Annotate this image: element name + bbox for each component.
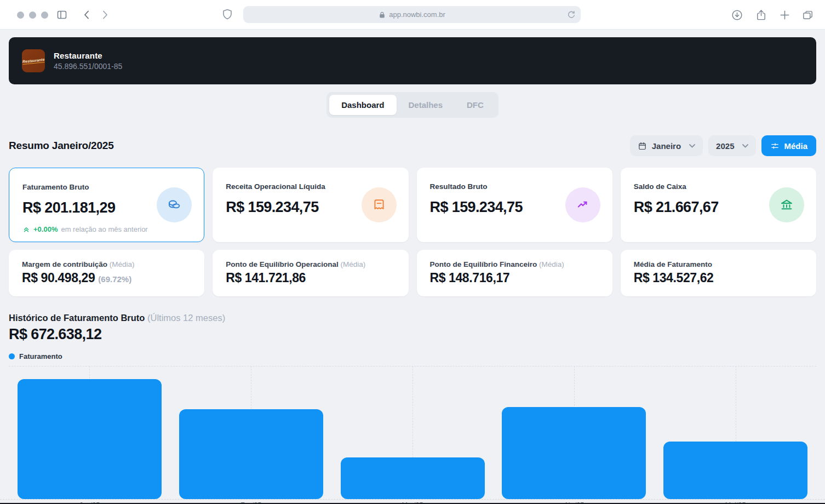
forward-button[interactable] <box>99 9 111 21</box>
url-text: app.nowbi.com.br <box>389 10 445 19</box>
bar-Jan/25[interactable] <box>18 379 162 499</box>
sidebar-toggle-icon[interactable] <box>56 9 68 21</box>
metric-card-equilibrio-operacional[interactable]: Ponto de Equilíbrio Operacional (Média) … <box>213 250 408 296</box>
trending-up-icon <box>565 187 600 222</box>
year-select[interactable]: 2025 <box>708 135 756 156</box>
metric-qualifier: (Média) <box>539 260 564 268</box>
page-title: Resumo Janeiro/2025 <box>9 140 114 152</box>
window-zoom-button[interactable] <box>41 12 48 19</box>
back-button[interactable] <box>81 9 93 21</box>
browser-toolbar: app.nowbi.com.br <box>0 0 825 30</box>
tab-detalhes[interactable]: Detalhes <box>397 95 455 115</box>
share-icon[interactable] <box>755 9 767 21</box>
month-select-value: Janeiro <box>652 141 681 151</box>
metric-extra: (69.72%) <box>98 274 131 284</box>
window-close-button[interactable] <box>17 12 24 19</box>
media-button-label: Média <box>784 141 807 151</box>
kpi-card-receita-liquida[interactable]: Receita Operacional Líquida R$ 159.234,7… <box>213 168 408 242</box>
metric-value: R$ 90.498,29 <box>22 271 95 285</box>
month-select[interactable]: Janeiro <box>630 135 703 156</box>
address-bar[interactable]: app.nowbi.com.br <box>243 6 581 23</box>
receipt-icon <box>362 187 397 222</box>
bar-Mar/25[interactable] <box>341 457 485 499</box>
legend-dot <box>9 353 15 359</box>
bar-Abr/25[interactable] <box>502 407 646 499</box>
company-cnpj: 45.896.551/0001-85 <box>54 62 122 71</box>
history-qualifier: (Últimos 12 meses) <box>147 313 225 323</box>
double-chevron-up-icon <box>22 226 30 233</box>
metric-card-margem-contribuicao[interactable]: Margem de contribuição (Média) R$ 90.498… <box>9 250 204 296</box>
metric-label: Média de Faturamento <box>634 260 712 268</box>
history-title: Histórico de Faturamento Bruto (Últimos … <box>9 313 816 323</box>
chart-legend: Faturamento <box>9 352 816 360</box>
metric-label: Margem de contribuição <box>22 260 107 268</box>
metric-card-equilibrio-financeiro[interactable]: Ponto de Equilíbrio Financeiro (Média) R… <box>417 250 612 296</box>
kpi-card-faturamento-bruto[interactable]: Faturamento Bruto R$ 201.181,29 +0.00% e… <box>9 168 204 242</box>
kpi-delta-percent: +0.00% <box>33 225 58 233</box>
tab-dashboard[interactable]: Dashboard <box>329 95 396 115</box>
year-select-value: 2025 <box>716 141 734 151</box>
kpi-delta-note: em relação ao mês anterior <box>61 225 147 233</box>
media-toggle-button[interactable]: Média <box>761 135 816 156</box>
metric-label: Ponto de Equilíbrio Financeiro <box>430 260 537 268</box>
lock-icon <box>379 11 386 19</box>
calendar-icon <box>638 141 647 151</box>
new-tab-icon[interactable] <box>778 9 791 21</box>
metric-value: R$ 148.716,17 <box>430 271 510 285</box>
view-tab-bar: Dashboard Detalhes DFC <box>326 92 499 118</box>
tab-overview-icon[interactable] <box>801 9 814 21</box>
kpi-card-saldo-caixa[interactable]: Saldo de Caixa R$ 21.667,67 <box>621 168 816 242</box>
revenue-bar-chart: Jan/25Fev/25Mar/25Abr/25Mai/25 <box>0 362 825 504</box>
privacy-shield-icon[interactable] <box>222 8 233 20</box>
coins-icon <box>157 187 192 222</box>
downloads-icon[interactable] <box>731 9 743 21</box>
metric-value: R$ 134.527,62 <box>634 271 714 285</box>
metric-qualifier: (Média) <box>341 260 366 268</box>
metric-card-media-faturamento[interactable]: Média de Faturamento R$ 134.527,62 <box>621 250 816 296</box>
window-minimize-button[interactable] <box>29 12 36 19</box>
bank-icon <box>769 187 804 222</box>
tab-dfc[interactable]: DFC <box>455 95 496 115</box>
bar-Mai/25[interactable] <box>663 442 807 499</box>
metric-label: Ponto de Equilíbrio Operacional <box>226 260 339 268</box>
metric-value: R$ 141.721,86 <box>226 271 306 285</box>
sliders-icon <box>770 141 780 151</box>
chevron-down-icon <box>742 144 748 148</box>
company-name: Restaurante <box>54 51 122 60</box>
metric-qualifier: (Média) <box>110 260 135 268</box>
x-axis-line <box>0 499 825 500</box>
legend-label: Faturamento <box>19 352 62 360</box>
bar-Fev/25[interactable] <box>179 409 323 499</box>
history-total: R$ 672.638,12 <box>9 326 816 343</box>
company-header: Restaurante Restaurante 45.896.551/0001-… <box>9 37 816 84</box>
chevron-down-icon <box>689 144 695 148</box>
reload-icon[interactable] <box>566 10 576 19</box>
company-logo: Restaurante <box>22 49 45 72</box>
kpi-card-resultado-bruto[interactable]: Resultado Bruto R$ 159.234,75 <box>417 168 612 242</box>
